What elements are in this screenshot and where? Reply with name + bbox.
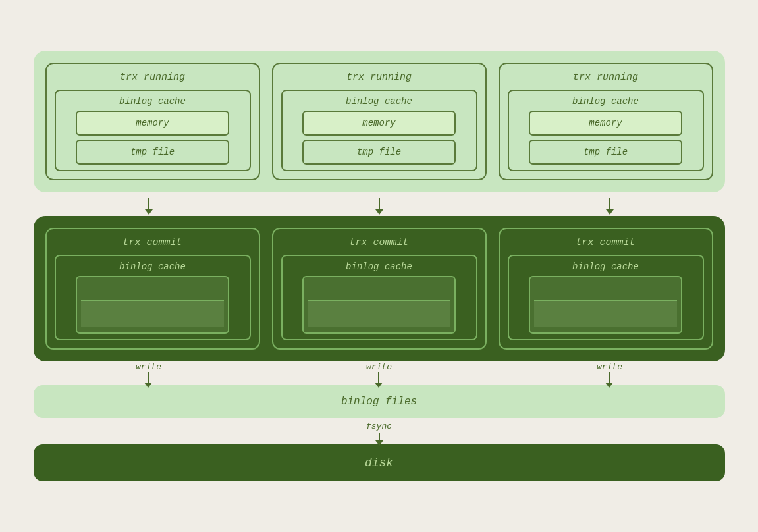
trx-running-box-3: trx running binlog cache memory tmp file	[499, 63, 713, 180]
memory-label-3: memory	[589, 118, 622, 128]
binlog-cache-label-dark-1: binlog cache	[119, 261, 186, 272]
tmp-file-label-2: tmp file	[357, 147, 401, 157]
write-container-2: write	[264, 363, 495, 383]
binlog-cache-label-light-3: binlog cache	[572, 96, 639, 107]
write-arrow-group-2: write	[366, 362, 392, 384]
write-arrow-group-1: write	[136, 362, 161, 384]
arrow-3-container	[495, 192, 725, 216]
inner-box-dark-3	[529, 276, 682, 334]
memory-box-1: memory	[76, 111, 229, 136]
arrow-1-container	[34, 192, 264, 216]
tmp-file-box-1: tmp file	[76, 140, 229, 165]
trx-running-label-2: trx running	[346, 72, 412, 83]
arrow-2-container	[264, 192, 495, 216]
tmp-file-box-3: tmp file	[529, 140, 682, 165]
diagram: trx running binlog cache memory tmp file…	[34, 51, 725, 481]
write-line-3	[609, 372, 610, 384]
trx-commit-box-1: trx commit binlog cache	[45, 228, 260, 350]
arrow-down-2	[379, 198, 380, 211]
inner-box-dark-1	[76, 276, 229, 334]
write-container-1: write	[34, 363, 264, 383]
binlog-cache-light-3: binlog cache memory tmp file	[508, 90, 704, 171]
tmp-file-label-1: tmp file	[130, 147, 175, 157]
top-to-middle-arrows	[34, 192, 725, 216]
binlog-cache-dark-3: binlog cache	[508, 255, 704, 340]
binlog-files-label: binlog files	[341, 396, 417, 408]
binlog-cache-light-2: binlog cache memory tmp file	[281, 90, 477, 171]
write-arrow-group-3: write	[597, 362, 622, 384]
memory-box-2: memory	[302, 111, 456, 136]
trx-running-label-1: trx running	[120, 72, 185, 83]
memory-label-1: memory	[136, 118, 169, 128]
binlog-cache-label-dark-2: binlog cache	[346, 261, 412, 272]
arrow-down-1	[148, 198, 149, 211]
binlog-files-section: binlog files	[34, 385, 725, 418]
trx-running-box-2: trx running binlog cache memory tmp file	[272, 63, 487, 180]
disk-label: disk	[365, 456, 393, 469]
middle-section: trx commit binlog cache trx commit binlo…	[34, 216, 725, 361]
write-row: write write write	[34, 363, 725, 383]
disk-section: disk	[34, 444, 725, 481]
inner-box-bottom-1	[81, 301, 224, 327]
write-line-1	[148, 372, 149, 384]
top-section: trx running binlog cache memory tmp file…	[34, 51, 725, 192]
binlog-cache-light-1: binlog cache memory tmp file	[55, 90, 251, 171]
memory-label-2: memory	[362, 118, 395, 128]
write-label-3: write	[597, 362, 622, 372]
trx-commit-label-1: trx commit	[122, 237, 182, 248]
fsync-arrow	[379, 433, 380, 442]
write-label-1: write	[136, 362, 161, 372]
trx-running-box-1: trx running binlog cache memory tmp file	[45, 63, 260, 180]
trx-commit-box-2: trx commit binlog cache	[272, 228, 487, 350]
write-label-2: write	[366, 362, 392, 372]
inner-box-bottom-3	[534, 301, 677, 327]
inner-box-top-3	[534, 282, 677, 301]
binlog-cache-label-dark-3: binlog cache	[572, 261, 639, 272]
inner-box-dark-2	[302, 276, 456, 334]
trx-running-label-3: trx running	[573, 72, 638, 83]
binlog-cache-label-light-1: binlog cache	[119, 96, 186, 107]
tmp-file-label-3: tmp file	[583, 147, 628, 157]
trx-commit-label-2: trx commit	[349, 237, 408, 248]
trx-commit-label-3: trx commit	[576, 237, 635, 248]
binlog-cache-label-light-2: binlog cache	[346, 96, 412, 107]
trx-commit-box-3: trx commit binlog cache	[499, 228, 713, 350]
fsync-label: fsync	[366, 421, 392, 431]
write-container-3: write	[495, 363, 725, 383]
fsync-row: fsync	[34, 418, 725, 444]
tmp-file-box-2: tmp file	[302, 140, 456, 165]
inner-box-top-2	[308, 282, 450, 301]
arrow-down-3	[609, 198, 610, 211]
binlog-cache-dark-2: binlog cache	[281, 255, 477, 340]
binlog-cache-dark-1: binlog cache	[55, 255, 251, 340]
inner-box-top-1	[81, 282, 224, 301]
inner-box-bottom-2	[308, 301, 450, 327]
write-line-2	[378, 372, 379, 384]
memory-box-3: memory	[529, 111, 682, 136]
